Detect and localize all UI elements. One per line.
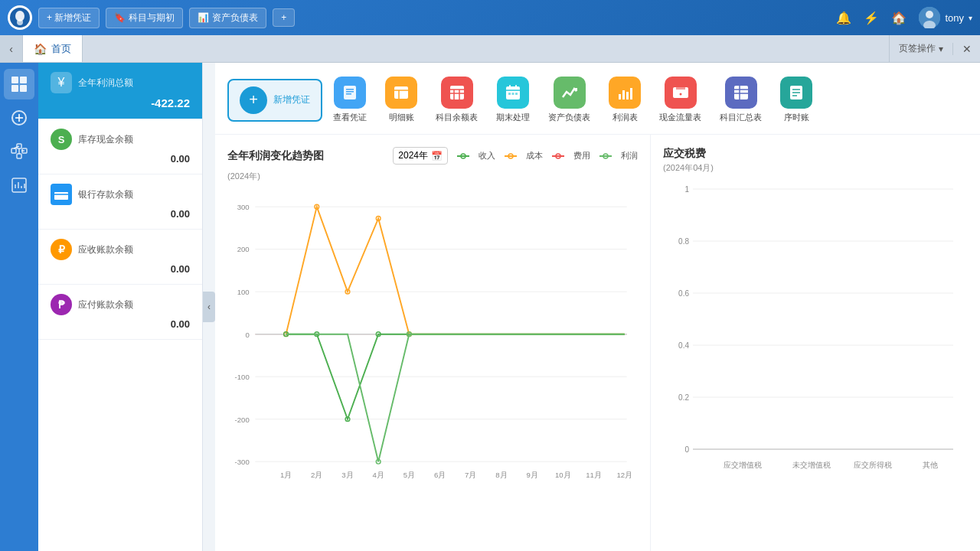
cashflow-label: 现金流量表 — [659, 112, 701, 123]
home-tab-label: 首页 — [51, 42, 71, 56]
svg-text:2月: 2月 — [311, 471, 322, 479]
bar-chart-area: 应交税费 (2024年04月) 1 0.8 0.6 0.4 0.2 0 — [651, 135, 980, 551]
tab-ops-btn[interactable]: 页签操作 ▾ — [889, 35, 952, 62]
legend-cost: 成本 — [505, 150, 543, 161]
sequence-btn[interactable]: 序时账 — [773, 72, 820, 128]
svg-text:-200: -200 — [235, 416, 250, 424]
add-voucher-btn[interactable]: + 新增凭证 — [227, 79, 322, 122]
svg-text:应交所得税: 应交所得税 — [854, 461, 892, 469]
svg-text:100: 100 — [237, 288, 250, 296]
add-voucher-label: 新增凭证 — [273, 93, 310, 106]
tab-ops-arrow-icon: ▾ — [939, 44, 943, 54]
svg-rect-30 — [346, 91, 354, 93]
sequence-label: 序时账 — [784, 112, 809, 123]
home-icon[interactable]: 🏠 — [891, 11, 906, 25]
line-chart-subtitle: (2024年) — [227, 171, 638, 182]
svg-rect-9 — [20, 85, 27, 92]
svg-rect-26 — [54, 194, 68, 195]
stat-card-bank[interactable]: 银行存款余额 0.00 — [38, 174, 202, 230]
svg-rect-52 — [676, 87, 685, 90]
stats-sidebar: ¥ 全年利润总额 -422.22 S 库存现金余额 0.00 — [38, 63, 203, 551]
line-chart-area: 全年利润变化趋势图 2024年 📅 收入 — [215, 135, 651, 551]
bar-chart-sub: (2024年04月) — [663, 162, 968, 174]
svg-text:10月: 10月 — [555, 471, 571, 479]
sequence-icon — [780, 77, 812, 109]
subject-summary-label: 科目汇总表 — [720, 112, 762, 123]
add-voucher-topbtn[interactable]: + 新增凭证 — [38, 8, 100, 28]
year-selector[interactable]: 2024年 📅 — [393, 147, 448, 165]
app-logo — [8, 5, 32, 30]
svg-rect-48 — [622, 90, 625, 99]
period-process-btn[interactable]: 期末处理 — [488, 72, 537, 128]
subject-balance-label: 科目余额表 — [436, 112, 478, 123]
svg-text:0: 0 — [245, 331, 249, 339]
sidebar-item-dashboard[interactable] — [4, 69, 34, 99]
payable-label: 应付账款余额 — [78, 298, 133, 311]
tab-close-btn[interactable]: ✕ — [952, 43, 980, 55]
svg-rect-42 — [509, 85, 511, 88]
svg-rect-27 — [56, 195, 59, 198]
sidebar-item-reports[interactable] — [4, 170, 34, 201]
subject-balance-icon — [441, 77, 473, 109]
svg-rect-32 — [394, 86, 408, 99]
sidebar-toggle-btn[interactable]: ‹ — [203, 292, 215, 322]
svg-text:200: 200 — [237, 245, 250, 253]
detail-account-btn[interactable]: 明细账 — [377, 72, 425, 128]
alert-icon[interactable]: ⚡ — [864, 11, 879, 25]
profit-sheet-btn[interactable]: 利润表 — [601, 72, 648, 128]
subject-summary-icon — [725, 77, 757, 109]
stat-card-cash[interactable]: S 库存现金余额 0.00 — [38, 119, 202, 174]
balance-sheet-label: 资产负债表 — [548, 112, 590, 123]
cashflow-btn[interactable]: 现金流量表 — [652, 72, 709, 128]
svg-text:6月: 6月 — [434, 471, 446, 479]
sidebar-item-add[interactable] — [4, 103, 34, 133]
period-process-label: 期末处理 — [496, 112, 530, 123]
svg-rect-13 — [11, 148, 16, 153]
content-area: ¥ 全年利润总额 -422.22 S 库存现金余额 0.00 — [38, 63, 980, 551]
svg-rect-49 — [626, 92, 629, 99]
subject-summary-btn[interactable]: 科目汇总表 — [712, 72, 769, 128]
svg-rect-47 — [619, 94, 621, 99]
svg-text:-300: -300 — [235, 458, 250, 466]
add-tab-btn[interactable]: + — [273, 8, 295, 27]
svg-rect-50 — [630, 88, 632, 99]
svg-text:3月: 3月 — [341, 471, 353, 479]
legend-revenue-label: 收入 — [479, 150, 495, 161]
svg-rect-16 — [17, 154, 21, 158]
stat-card-payable[interactable]: ₱ 应付账款余额 0.00 — [38, 285, 202, 340]
stat-card-receivable[interactable]: ₽ 应收账款余额 0.00 — [38, 230, 202, 285]
svg-text:12月: 12月 — [616, 471, 632, 479]
add-voucher-circle-icon: + — [240, 86, 267, 114]
line-chart-svg: 300 200 100 0 -100 -200 -300 — [227, 185, 638, 507]
balance-sheet-icon — [554, 77, 586, 109]
balance-sheet-btn[interactable]: 资产负债表 — [541, 72, 598, 128]
svg-text:应交增值税: 应交增值税 — [724, 461, 762, 469]
user-menu[interactable]: tony ▾ — [919, 7, 972, 28]
home-tab[interactable]: 🏠 首页 — [23, 35, 83, 62]
legend-revenue: 收入 — [457, 150, 495, 161]
sidebar-item-modules[interactable] — [4, 136, 34, 167]
subject-balance-btn[interactable]: 科目余额表 — [428, 72, 485, 128]
subjects-topbtn[interactable]: 🔖科目与期初 — [106, 8, 183, 28]
svg-rect-46 — [515, 93, 518, 95]
svg-rect-6 — [11, 77, 18, 83]
svg-text:0.2: 0.2 — [678, 393, 689, 402]
line-chart-header: 全年利润变化趋势图 2024年 📅 收入 — [227, 147, 638, 165]
user-arrow-icon: ▾ — [969, 14, 972, 22]
receivable-icon: ₽ — [51, 239, 72, 260]
svg-rect-31 — [346, 93, 351, 95]
stat-card-total-profit[interactable]: ¥ 全年利润总额 -422.22 — [38, 63, 202, 119]
total-profit-value: -422.22 — [51, 96, 190, 109]
svg-point-4 — [926, 11, 933, 18]
assets-topbtn[interactable]: 📊资产负债表 — [189, 8, 266, 28]
cash-label: 库存现金余额 — [78, 133, 133, 146]
detail-account-icon — [385, 77, 417, 109]
view-voucher-btn[interactable]: 查看凭证 — [325, 72, 374, 128]
bar-chart-title: 应交税费 — [663, 147, 968, 161]
bank-value: 0.00 — [51, 208, 190, 220]
bell-icon[interactable]: 🔔 — [836, 11, 851, 25]
svg-rect-44 — [508, 93, 511, 95]
tab-back-btn[interactable]: ‹ — [0, 35, 23, 62]
legend-cost-label: 成本 — [526, 150, 543, 161]
bank-icon — [51, 184, 72, 205]
